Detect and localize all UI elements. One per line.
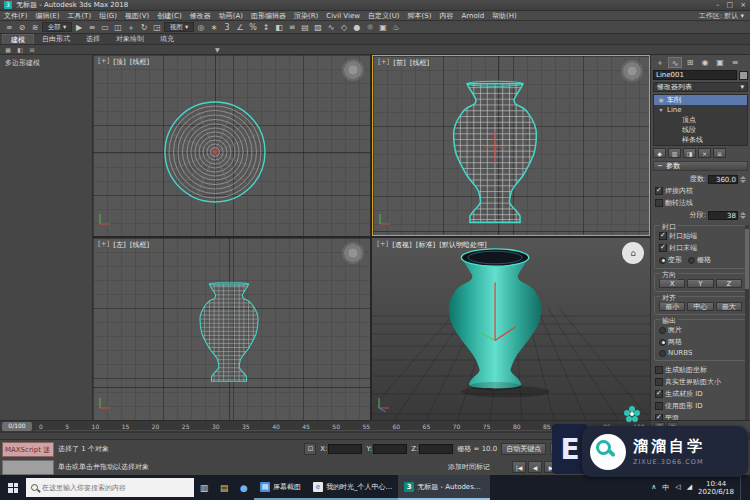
auto-key-button[interactable]: 自动关键点 (501, 443, 546, 455)
align-max-button[interactable]: 最大 (716, 302, 742, 311)
ribbon-tab-modeling[interactable]: 建模 (2, 34, 34, 44)
viewport-menu-general[interactable]: [+] (378, 58, 389, 68)
tray-expand-icon[interactable]: ∧ (651, 483, 656, 493)
ref-coord-dropdown[interactable]: 视图 ▾ (164, 22, 194, 32)
ribbon-tab-populate[interactable]: 填充 (152, 34, 182, 44)
window-crossing-icon[interactable]: ◫ (112, 22, 124, 33)
segments-spinner[interactable] (740, 212, 746, 219)
parameters-rollout-header[interactable]: − 参数 (653, 161, 748, 171)
snap-toggle-icon[interactable]: 3 (221, 22, 233, 33)
maximize-button[interactable]: □ (727, 1, 734, 9)
menu-item[interactable]: 自定义(U) (364, 11, 404, 21)
panel-scrollbar[interactable] (745, 225, 749, 420)
direction-z-button[interactable]: Z (716, 279, 742, 288)
ribbon-panel-title[interactable]: 多边形建模 (0, 55, 92, 71)
align-center-button[interactable]: 中心 (687, 302, 713, 311)
taskbar-clock[interactable]: 10:44 2020/6/18 (698, 480, 734, 496)
motion-tab[interactable]: ◉ (698, 57, 712, 68)
select-link-icon[interactable]: ∞ (3, 22, 15, 33)
select-manipulate-icon[interactable]: ∗ (208, 22, 220, 33)
viewport-menu-pov[interactable]: [顶] (113, 57, 125, 67)
stack-row-vertex[interactable]: 顶点 (654, 115, 747, 125)
rect-region-icon[interactable]: ▭ (99, 22, 111, 33)
viewport-menu-style[interactable]: [标准] (416, 240, 435, 250)
remove-modifier-icon[interactable]: × (698, 148, 711, 158)
menu-item[interactable]: 修改器 (186, 11, 215, 21)
viewport-menu-pov[interactable]: [透视] (392, 240, 411, 250)
menu-item[interactable]: 图形编辑器 (247, 11, 290, 21)
ribbon-tab-freeform[interactable]: 自由形式 (34, 34, 78, 44)
direction-y-button[interactable]: Y (687, 279, 713, 288)
pin-stack-icon[interactable]: ◆ (653, 148, 666, 158)
show-end-result-icon[interactable]: ▥ (668, 148, 681, 158)
menu-item[interactable]: Arnold (457, 12, 488, 20)
angle-snap-icon[interactable]: ∠ (234, 22, 246, 33)
view-cube[interactable] (342, 59, 364, 81)
ribbon-collapse-icon[interactable]: ▼ (215, 46, 220, 53)
render-icon[interactable]: ♨ (390, 22, 402, 33)
file-explorer-icon[interactable]: ▤ (214, 475, 234, 500)
render-setup-icon[interactable]: ☼ (364, 22, 376, 33)
menu-item[interactable]: 组(G) (95, 11, 121, 21)
taskbar-item-screenshot[interactable]: ▤ 屏幕截图 (254, 475, 307, 500)
curve-editor-icon[interactable]: ∿ (325, 22, 337, 33)
ribbon-tool-icon[interactable]: ▦ (3, 46, 13, 54)
menu-item[interactable]: 帮助(H) (488, 11, 521, 21)
use-pivot-icon[interactable]: ◎ (195, 22, 207, 33)
selection-filter-dropdown[interactable]: 全部 ▾ (42, 22, 72, 32)
gen-mapping-checkbox[interactable] (655, 366, 663, 374)
coord-z-field[interactable] (419, 444, 453, 454)
segments-field[interactable]: 38 (708, 211, 738, 220)
output-nurbs-radio[interactable] (659, 350, 666, 357)
add-time-tag[interactable]: 添加时间标记 (448, 462, 490, 472)
taskbar-search[interactable] (26, 478, 194, 497)
utilities-tab[interactable]: ≡ (728, 57, 742, 68)
stack-row-segment[interactable]: 线段 (654, 125, 747, 135)
view-cube[interactable] (621, 60, 643, 82)
object-color-swatch[interactable] (739, 71, 748, 80)
ime-indicator[interactable]: 中 (662, 483, 669, 493)
minimize-button[interactable]: – (716, 1, 720, 9)
viewport-menu-general[interactable]: [+] (98, 57, 109, 67)
gen-material-ids-checkbox[interactable] (655, 390, 663, 398)
schematic-view-icon[interactable]: ◇ (338, 22, 350, 33)
time-slider-handle[interactable]: 0/100 (2, 422, 32, 431)
viewport-front[interactable]: [+] [前] [线框] (372, 55, 650, 236)
viewport-left[interactable]: [+] [左] [线框] (93, 238, 370, 420)
menu-item[interactable]: Civil View (322, 12, 364, 20)
close-button[interactable]: × (740, 1, 746, 9)
volume-icon[interactable]: ◁ (675, 483, 680, 493)
notification-center[interactable] (740, 475, 748, 500)
viewport-perspective[interactable]: [+] [透视] [标准] [默认明暗处理] ⌂ (372, 238, 650, 420)
select-object-icon[interactable]: ▶ (73, 22, 85, 33)
layer-explorer-icon[interactable]: ▧ (312, 22, 324, 33)
menu-item[interactable]: 编辑(E) (32, 11, 64, 21)
workspace-selector[interactable]: 工作区: 默认 ▾ (693, 11, 750, 21)
menu-item[interactable]: 创建(C) (153, 11, 185, 21)
go-to-start-button[interactable]: |◀ (512, 461, 526, 473)
start-button[interactable] (0, 475, 26, 500)
output-patch-radio[interactable] (659, 327, 666, 334)
stack-row-lathe[interactable]: ◉ 车削 (654, 95, 747, 105)
flip-normals-checkbox[interactable] (655, 199, 663, 207)
stack-row-line[interactable]: ▾ Line (654, 105, 747, 115)
viewport-menu-shading[interactable]: [线框] (130, 240, 149, 250)
menu-item[interactable]: 工具(T) (63, 11, 95, 21)
viewport-menu-pov[interactable]: [左] (113, 240, 125, 250)
maxscript-listener-line[interactable] (2, 460, 54, 475)
menu-item[interactable]: 视图(V) (121, 11, 153, 21)
viewport-menu-shading[interactable]: [线框] (410, 58, 429, 68)
material-editor-icon[interactable]: ● (351, 22, 363, 33)
viewport-menu-shading[interactable]: [线框] (130, 57, 149, 67)
morph-radio[interactable] (659, 257, 666, 264)
menu-item[interactable]: 动画(A) (215, 11, 247, 21)
taskbar-item-browser[interactable]: e 我的时光_个人中心... (307, 475, 398, 500)
direction-x-button[interactable]: X (659, 279, 685, 288)
display-tab[interactable]: ▣ (713, 57, 727, 68)
menu-item[interactable]: 脚本(S) (404, 11, 436, 21)
degrees-field[interactable]: 360.0 (708, 175, 738, 184)
bind-spacewarp-icon[interactable]: ≋ (29, 22, 41, 33)
move-icon[interactable]: ＋ (125, 22, 137, 33)
unlink-icon[interactable]: ⊘ (16, 22, 28, 33)
viewport-menu-shading[interactable]: [默认明暗处理] (439, 240, 486, 250)
